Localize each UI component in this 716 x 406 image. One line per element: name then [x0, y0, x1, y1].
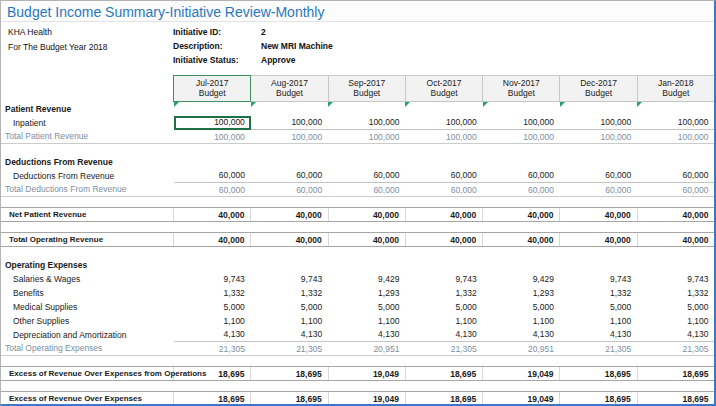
cell[interactable]: 100,000 [483, 130, 560, 144]
cell[interactable]: 100,000 [405, 130, 482, 144]
column-header-jul-2017[interactable]: Jul-2017Budget [174, 76, 251, 102]
cell[interactable]: 1,100 [405, 314, 482, 328]
cell[interactable]: 40,000 [174, 233, 251, 247]
cell[interactable]: 5,000 [405, 300, 482, 314]
cell[interactable]: 9,429 [483, 272, 560, 286]
cell[interactable]: 40,000 [405, 208, 482, 222]
cell[interactable] [637, 102, 714, 116]
cell[interactable]: 100,000 [328, 116, 405, 130]
cell[interactable]: 60,000 [483, 169, 560, 183]
cell[interactable]: 40,000 [174, 208, 251, 222]
cell[interactable]: 20,951 [483, 342, 560, 356]
cell[interactable]: 60,000 [637, 169, 714, 183]
cell[interactable] [174, 258, 251, 272]
cell[interactable] [405, 155, 482, 169]
cell[interactable] [174, 155, 251, 169]
cell[interactable]: 1,332 [174, 286, 251, 300]
cell[interactable]: 18,695 [560, 392, 637, 406]
cell[interactable]: 5,000 [174, 300, 251, 314]
cell[interactable]: 21,305 [251, 342, 328, 356]
cell[interactable]: 40,000 [405, 233, 482, 247]
cell[interactable]: 1,332 [251, 286, 328, 300]
cell[interactable]: 4,130 [483, 328, 560, 342]
cell[interactable]: 40,000 [483, 208, 560, 222]
column-header-dec-2017[interactable]: Dec-2017Budget [560, 76, 637, 102]
cell[interactable]: 1,100 [483, 314, 560, 328]
cell[interactable] [637, 155, 714, 169]
cell[interactable]: 18,695 [405, 392, 482, 406]
cell[interactable]: 40,000 [251, 208, 328, 222]
cell[interactable]: 20,951 [328, 342, 405, 356]
cell[interactable]: 5,000 [560, 300, 637, 314]
cell[interactable]: 100,000 [251, 130, 328, 144]
cell[interactable] [174, 102, 251, 116]
cell[interactable]: 60,000 [174, 183, 251, 197]
column-header-sep-2017[interactable]: Sep-2017Budget [328, 76, 405, 102]
cell[interactable] [328, 102, 405, 116]
cell[interactable] [483, 102, 560, 116]
cell[interactable]: 4,130 [251, 328, 328, 342]
cell[interactable]: 60,000 [251, 183, 328, 197]
cell[interactable]: 40,000 [637, 208, 714, 222]
cell[interactable]: 1,332 [560, 286, 637, 300]
cell[interactable] [251, 102, 328, 116]
cell[interactable]: 18,695 [251, 392, 328, 406]
cell[interactable]: 100,000 [405, 116, 482, 130]
cell[interactable]: 1,100 [251, 314, 328, 328]
cell[interactable]: 100,000 [174, 130, 251, 144]
cell[interactable]: 60,000 [405, 169, 482, 183]
cell[interactable]: 1,100 [328, 314, 405, 328]
cell[interactable]: 4,130 [405, 328, 482, 342]
cell[interactable]: 1,293 [483, 286, 560, 300]
cell[interactable]: 1,100 [560, 314, 637, 328]
cell[interactable]: 1,100 [174, 314, 251, 328]
cell[interactable]: 100,000 [637, 116, 714, 130]
cell[interactable]: 40,000 [251, 233, 328, 247]
column-header-oct-2017[interactable]: Oct-2017Budget [405, 76, 482, 102]
cell[interactable]: 9,429 [328, 272, 405, 286]
cell[interactable]: 19,049 [328, 367, 405, 381]
cell[interactable] [328, 155, 405, 169]
cell[interactable]: 19,049 [328, 392, 405, 406]
cell[interactable]: 40,000 [328, 233, 405, 247]
cell[interactable]: 5,000 [328, 300, 405, 314]
cell[interactable]: 9,743 [405, 272, 482, 286]
cell[interactable]: 1,332 [637, 286, 714, 300]
cell[interactable] [637, 258, 714, 272]
column-header-jan-2018[interactable]: Jan-2018Budget [637, 76, 714, 102]
cell[interactable]: 1,293 [328, 286, 405, 300]
cell[interactable]: 60,000 [560, 169, 637, 183]
column-header-nov-2017[interactable]: Nov-2017Budget [483, 76, 560, 102]
cell[interactable]: 40,000 [560, 233, 637, 247]
cell[interactable] [251, 155, 328, 169]
cell[interactable]: 21,305 [637, 342, 714, 356]
cell[interactable]: 1,332 [405, 286, 482, 300]
cell[interactable]: 18,695 [405, 367, 482, 381]
cell[interactable]: 60,000 [174, 169, 251, 183]
cell[interactable]: 19,049 [483, 367, 560, 381]
cell[interactable]: 18,695 [560, 367, 637, 381]
cell[interactable]: 100,000 [560, 130, 637, 144]
cell[interactable]: 21,305 [560, 342, 637, 356]
cell[interactable] [483, 258, 560, 272]
cell[interactable]: 4,130 [174, 328, 251, 342]
cell[interactable]: 5,000 [483, 300, 560, 314]
cell[interactable]: 21,305 [174, 342, 251, 356]
cell[interactable] [560, 155, 637, 169]
cell[interactable]: 1,100 [637, 314, 714, 328]
cell[interactable] [560, 258, 637, 272]
cell[interactable]: 9,743 [637, 272, 714, 286]
cell[interactable]: 100,000 [637, 130, 714, 144]
cell[interactable]: 100,000 [328, 130, 405, 144]
cell[interactable]: 21,305 [405, 342, 482, 356]
cell[interactable]: 18,695 [637, 392, 714, 406]
cell[interactable]: 60,000 [405, 183, 482, 197]
cell[interactable]: 40,000 [560, 208, 637, 222]
cell[interactable] [405, 258, 482, 272]
cell[interactable]: 18,695 [637, 367, 714, 381]
cell[interactable]: 9,743 [251, 272, 328, 286]
cell[interactable] [405, 102, 482, 116]
cell[interactable]: 18,695 [251, 367, 328, 381]
cell[interactable]: 19,049 [483, 392, 560, 406]
cell[interactable] [251, 258, 328, 272]
